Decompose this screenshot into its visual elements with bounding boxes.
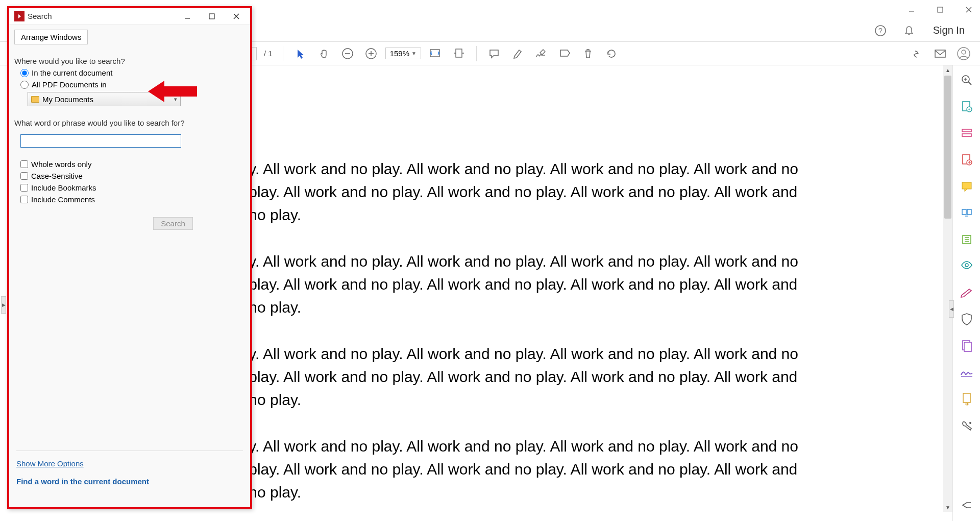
radio-all-documents-input[interactable]	[20, 81, 29, 89]
protect-shield-icon[interactable]	[959, 312, 974, 327]
search-dialog-body: Arrange Windows Where would you like to …	[9, 25, 250, 235]
svg-marker-43	[148, 81, 197, 102]
email-envelope-icon[interactable]	[931, 44, 949, 63]
main-maximize-button[interactable]	[933, 4, 947, 15]
dialog-minimize-button[interactable]	[181, 11, 194, 22]
svg-rect-30	[962, 209, 966, 215]
delete-trash-icon[interactable]	[579, 44, 597, 63]
scroll-up-arrow-icon[interactable]: ▲	[943, 65, 952, 75]
attachment-link-icon[interactable]	[908, 44, 926, 63]
svg-rect-29	[962, 182, 971, 189]
search-phrase-label: What word or phrase would you like to se…	[14, 119, 245, 127]
zoom-level-select[interactable]: 159% ▼	[385, 48, 421, 59]
checkbox-case-sensitive[interactable]: Case-Sensitive	[20, 172, 245, 180]
vertical-scrollbar[interactable]: ▲ ▼	[943, 65, 952, 512]
comment-note-icon[interactable]	[485, 44, 503, 63]
checkbox-whole-words-input[interactable]	[20, 160, 28, 168]
checkbox-include-comments[interactable]: Include Comments	[20, 195, 245, 204]
svg-rect-37	[963, 393, 970, 402]
svg-point-33	[965, 264, 968, 267]
left-panel-expand-handle[interactable]: ▶	[1, 296, 6, 314]
sign-signature-tool-icon[interactable]	[959, 365, 974, 380]
refresh-rotate-icon[interactable]	[602, 44, 621, 63]
stamp-icon[interactable]	[555, 44, 574, 63]
comment-tool-icon[interactable]	[959, 179, 974, 194]
expand-rail-arrow-icon[interactable]	[959, 498, 974, 513]
fill-sign-pen-icon[interactable]	[959, 285, 974, 300]
radio-current-document-label: In the current document	[32, 68, 112, 77]
export-pdf-tool-icon[interactable]	[959, 152, 974, 168]
checkbox-include-comments-label: Include Comments	[31, 195, 95, 204]
more-tools-wrench-icon[interactable]	[959, 418, 974, 433]
right-panel-collapse-handle[interactable]: ◀	[949, 300, 954, 318]
redact-tool-icon[interactable]	[959, 258, 974, 274]
scroll-down-arrow-icon[interactable]: ▼	[943, 503, 952, 512]
dialog-maximize-button[interactable]	[205, 11, 218, 22]
radio-all-documents-label: All PDF Documents in	[32, 80, 107, 89]
zoom-value-label: 159%	[390, 49, 409, 58]
adobe-app-icon	[14, 11, 24, 21]
help-icon[interactable]: ?	[874, 24, 887, 37]
convert-tool-icon[interactable]	[959, 391, 974, 407]
search-dialog-footer: Show More Options Find a word in the cur…	[16, 451, 243, 495]
zoom-in-icon[interactable]	[362, 44, 380, 63]
svg-rect-35	[964, 342, 971, 351]
svg-point-17	[962, 50, 966, 54]
dialog-close-button[interactable]	[230, 11, 243, 22]
signature-icon[interactable]	[532, 44, 550, 63]
checkbox-whole-words[interactable]: Whole words only	[20, 160, 245, 169]
compress-optimize-tool-icon[interactable]	[959, 232, 974, 247]
svg-rect-1	[938, 7, 943, 12]
folder-selected-label: My Documents	[42, 95, 93, 104]
zoom-magnifier-icon[interactable]	[959, 73, 974, 88]
annotation-red-arrow-icon	[148, 79, 199, 104]
svg-point-38	[969, 422, 971, 424]
search-dialog-window: Search Arrange Windows Where would you l…	[7, 6, 252, 509]
checkbox-include-bookmarks[interactable]: Include Bookmarks	[20, 183, 245, 192]
highlight-icon[interactable]	[508, 44, 527, 63]
checkbox-case-sensitive-input[interactable]	[20, 172, 28, 180]
fit-width-icon[interactable]	[426, 44, 445, 63]
radio-current-document[interactable]: In the current document	[20, 68, 245, 77]
folder-icon	[31, 96, 39, 103]
radio-current-document-input[interactable]	[20, 69, 29, 77]
sign-in-link[interactable]: Sign In	[931, 25, 967, 36]
search-dialog-window-controls	[181, 11, 248, 22]
checkbox-case-sensitive-label: Case-Sensitive	[31, 172, 83, 180]
radio-all-documents[interactable]: All PDF Documents in	[20, 80, 245, 89]
show-more-options-link[interactable]: Show More Options	[16, 459, 243, 468]
checkbox-whole-words-label: Whole words only	[31, 160, 91, 169]
svg-rect-40	[209, 14, 214, 19]
zoom-out-icon[interactable]	[338, 44, 357, 63]
main-minimize-button[interactable]	[904, 4, 919, 15]
footer-divider	[16, 451, 243, 451]
search-dialog-title: Search	[28, 12, 181, 20]
page-total-label: / 1	[262, 49, 275, 58]
search-text-input[interactable]	[20, 134, 181, 148]
svg-rect-31	[967, 209, 971, 215]
right-tools-rail: + ◀	[952, 65, 980, 521]
search-submit-button[interactable]: Search	[153, 217, 193, 230]
chevron-down-icon: ▼	[411, 51, 416, 56]
svg-line-19	[968, 82, 971, 85]
edit-pdf-tool-icon[interactable]	[959, 126, 974, 141]
hand-pan-icon[interactable]	[315, 44, 333, 63]
selection-cursor-icon[interactable]	[291, 44, 310, 63]
search-dialog-titlebar[interactable]: Search	[9, 8, 250, 25]
scrollbar-thumb[interactable]	[944, 76, 951, 219]
svg-point-16	[958, 48, 970, 60]
fit-page-icon[interactable]	[450, 44, 468, 63]
svg-text:+: +	[968, 107, 970, 112]
main-close-button[interactable]	[962, 4, 976, 15]
create-pdf-tool-icon[interactable]: +	[959, 99, 974, 114]
notifications-bell-icon[interactable]	[902, 24, 916, 37]
arrange-windows-button[interactable]: Arrange Windows	[14, 30, 88, 44]
organize-pages-tool-icon[interactable]	[959, 205, 974, 221]
toolbar-right-group	[908, 44, 973, 63]
search-scope-label: Where would you like to search?	[14, 57, 245, 65]
account-profile-icon[interactable]	[954, 44, 973, 63]
find-word-current-doc-link[interactable]: Find a word in the current document	[16, 477, 243, 486]
checkbox-include-comments-input[interactable]	[20, 196, 28, 203]
checkbox-include-bookmarks-input[interactable]	[20, 184, 28, 192]
combine-files-tool-icon[interactable]	[959, 338, 974, 353]
